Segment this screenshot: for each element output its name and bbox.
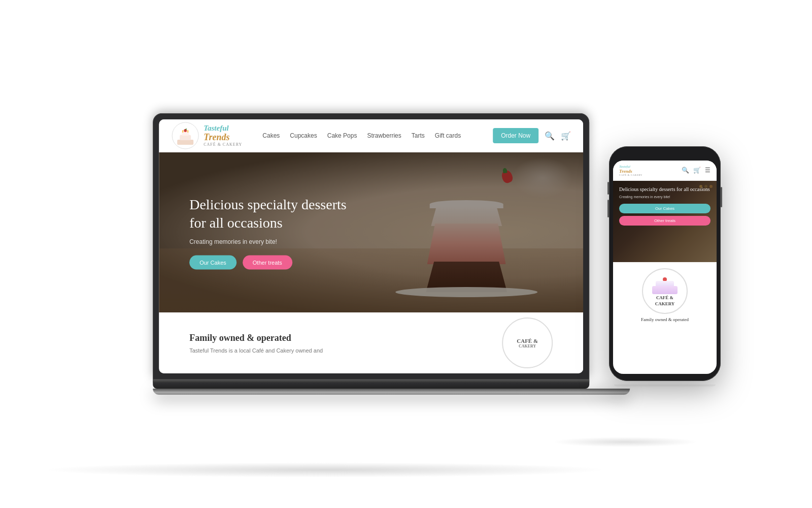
phone-nav-icons: 🔍 🛒 ☰ [682, 167, 710, 174]
cart-icon[interactable]: 🛒 [561, 131, 571, 141]
logo-trends-text: Trends [204, 133, 242, 143]
phone-navbar: Tasteful Trends CAFÉ & CAKERY 🔍 🛒 ☰ [613, 161, 717, 181]
phone-other-treats-button[interactable]: Other treats [619, 216, 710, 226]
laptop-logo: Tasteful Trends CAFÉ & CAKERY [171, 121, 242, 150]
phone-cake-deco [652, 276, 678, 294]
phone-reflection [614, 385, 716, 388]
laptop-navbar: Tasteful Trends CAFÉ & CAKERY Cakes Cupc… [159, 119, 583, 152]
logo-cafe-text: CAFÉ & CAKERY [204, 143, 242, 147]
nav-link-strawberries[interactable]: Strawberries [367, 132, 401, 139]
logo-text: Tasteful Trends CAFÉ & CAKERY [204, 124, 242, 147]
phone-logo-tasteful: Tasteful [619, 165, 642, 169]
phone-logo-trends: Trends [619, 169, 642, 174]
laptop-screen-bezel: Tasteful Trends CAFÉ & CAKERY Cakes Cupc… [159, 119, 583, 373]
laptop-shadow [41, 462, 609, 478]
order-now-button[interactable]: Order Now [493, 128, 538, 143]
phone-below-hero: CAFÉ & CAKERY Family owned & operated [613, 262, 717, 332]
other-treats-button[interactable]: Other treats [243, 256, 292, 270]
laptop-nav-links: Cakes Cupcakes Cake Pops Strawberries Ta… [262, 132, 493, 139]
hero-buttons: Our Cakes Other treats [189, 256, 352, 270]
phone-menu-icon[interactable]: ☰ [705, 167, 710, 174]
phone-logo: Tasteful Trends CAFÉ & CAKERY [619, 165, 642, 176]
laptop-lid: Tasteful Trends CAFÉ & CAKERY Cakes Cupc… [153, 113, 589, 379]
below-hero-text: Family owned & operated Tasteful Trends … [189, 333, 471, 354]
laptop-base [153, 379, 589, 389]
phone-cake-logo-circle: CAFÉ & CAKERY [642, 268, 688, 314]
phone-hero: Delicious specialty desserts for all occ… [613, 181, 717, 262]
laptop-screen: Tasteful Trends CAFÉ & CAKERY Cakes Cupc… [159, 119, 583, 373]
phone-hero-title: Delicious specialty desserts for all occ… [619, 186, 710, 193]
phone-screen: Tasteful Trends CAFÉ & CAKERY 🔍 🛒 ☰ [613, 161, 717, 374]
phone-volume-down-button [607, 200, 609, 217]
nav-link-cakes[interactable]: Cakes [262, 132, 280, 139]
laptop-hinge [153, 379, 589, 383]
laptop-hero: Delicious specialty desserts for all occ… [159, 152, 583, 312]
cake-deco-tier1 [652, 286, 678, 294]
svg-rect-6 [182, 130, 183, 133]
phone-cafe-circle-text: CAFÉ & CAKERY [655, 295, 675, 307]
nav-link-cakepops[interactable]: Cake Pops [327, 132, 357, 139]
phone-our-cakes-button[interactable]: Our Cakes [619, 204, 710, 213]
phone-shadow [552, 437, 698, 447]
below-hero-description: Tasteful Trends is a local Café and Cake… [189, 347, 471, 354]
phone-hero-subtitle: Creating memories in every bite! [619, 195, 710, 199]
phone-hero-content: Delicious specialty desserts for all occ… [613, 181, 717, 231]
phone-device: Tasteful Trends CAFÉ & CAKERY 🔍 🛒 ☰ [609, 146, 721, 391]
phone-section-logo: CAFÉ & CAKERY Family owned & operated [619, 268, 710, 322]
logo-cake-icon [171, 121, 199, 150]
laptop-device: Tasteful Trends CAFÉ & CAKERY Cakes Cupc… [153, 113, 589, 395]
hero-content: Delicious specialty desserts for all occ… [189, 195, 352, 270]
below-hero-cafe-text: CAFÉ & [517, 338, 538, 344]
search-icon[interactable]: 🔍 [545, 131, 555, 141]
laptop-below-hero: Family owned & operated Tasteful Trends … [159, 312, 583, 373]
nav-link-cupcakes[interactable]: Cupcakes [290, 132, 317, 139]
nav-link-tarts[interactable]: Tarts [412, 132, 425, 139]
logo-tasteful-text: Tasteful [204, 124, 242, 133]
phone-family-text: Family owned & operated [641, 317, 689, 322]
laptop-nav-actions: Order Now 🔍 🛒 [493, 128, 571, 143]
our-cakes-button[interactable]: Our Cakes [189, 256, 236, 270]
phone-search-icon[interactable]: 🔍 [682, 167, 689, 174]
hero-title: Delicious specialty desserts for all occ… [189, 195, 352, 232]
hero-subtitle: Creating memories in every bite! [189, 238, 352, 245]
svg-rect-1 [177, 140, 193, 145]
below-hero-logo-circle: CAFÉ & CAKERY [502, 318, 553, 368]
below-hero-title: Family owned & operated [189, 333, 471, 343]
phone-notch [650, 153, 680, 157]
nav-link-giftcards[interactable]: Gift cards [435, 132, 461, 139]
phone-cafe-line1: CAFÉ & [656, 295, 673, 300]
phone-volume-up-button [607, 182, 609, 195]
svg-rect-7 [187, 130, 188, 133]
phone-cart-icon[interactable]: 🛒 [693, 167, 701, 174]
phone-power-button [721, 187, 722, 207]
scene: Tasteful Trends CAFÉ & CAKERY Cakes Cupc… [0, 0, 812, 508]
svg-rect-2 [180, 135, 191, 140]
phone-logo-cafe: CAFÉ & CAKERY [619, 174, 642, 176]
laptop-bottom-edge [153, 389, 630, 395]
phone-frame: Tasteful Trends CAFÉ & CAKERY 🔍 🛒 ☰ [609, 146, 721, 381]
below-hero-cakery-text: CAKERY [519, 344, 536, 348]
phone-cafe-line3: CAKERY [655, 301, 675, 306]
phone-notch-area [613, 153, 717, 157]
